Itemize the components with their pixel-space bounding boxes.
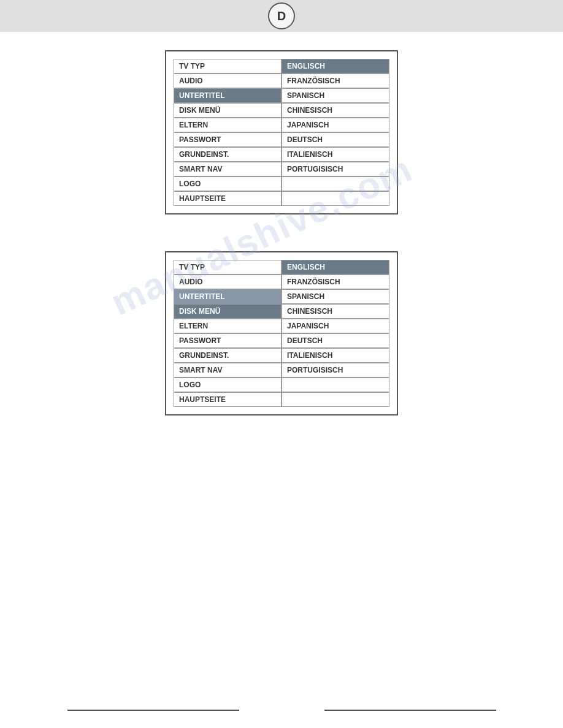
menu2-right-10 — [282, 392, 389, 407]
menu1-right-8: PORTUGISISCH — [282, 162, 389, 176]
menu1-right-1: ENGLISCH — [282, 59, 389, 74]
menu1-left-7: GRUNDEINST. — [174, 147, 282, 162]
menu2-left-9: LOGO — [174, 377, 282, 392]
menu1-left-4: DISK MENÜ — [174, 103, 282, 118]
menu1-right-6: DEUTSCH — [282, 132, 389, 147]
menu2-left-1: TV TYP — [174, 260, 282, 275]
menu2-right-9 — [282, 377, 389, 392]
menu1-left-1: TV TYP — [174, 59, 282, 74]
menu2-right-6: DEUTSCH — [282, 333, 389, 348]
menu2-right-5: JAPANISCH — [282, 319, 389, 333]
menu2-left-6: PASSWORT — [174, 333, 282, 348]
footer-lines — [0, 710, 563, 711]
menu2-right-3: SPANISCH — [282, 289, 389, 304]
menu1-left-5: ELTERN — [174, 118, 282, 132]
menu2-right-2: FRANZÖSISCH — [282, 275, 389, 289]
menu1-left-10: HAUPTSEITE — [174, 191, 282, 206]
menu2-left-5: ELTERN — [174, 319, 282, 333]
menu1-left-9: LOGO — [174, 176, 282, 191]
menu1-right-10 — [282, 191, 389, 206]
menu2-left-3: UNTERTITEL — [174, 289, 282, 304]
menu2-container: TV TYP ENGLISCH AUDIO FRANZÖSISCH UNTERT… — [165, 251, 398, 415]
menu1-left-6: PASSWORT — [174, 132, 282, 147]
footer-line-right — [324, 710, 496, 711]
footer-line-left — [67, 710, 239, 711]
menu1-left-2: AUDIO — [174, 74, 282, 88]
menu1-grid: TV TYP ENGLISCH AUDIO FRANZÖSISCH UNTERT… — [174, 59, 389, 206]
menu2-right-8: PORTUGISISCH — [282, 363, 389, 377]
header-letter: D — [268, 2, 295, 29]
menu1-right-9 — [282, 176, 389, 191]
header-bar: D — [0, 0, 563, 32]
menu2-grid: TV TYP ENGLISCH AUDIO FRANZÖSISCH UNTERT… — [174, 260, 389, 407]
menu1-right-2: FRANZÖSISCH — [282, 74, 389, 88]
menu2-right-1: ENGLISCH — [282, 260, 389, 275]
page-content: TV TYP ENGLISCH AUDIO FRANZÖSISCH UNTERT… — [0, 32, 563, 434]
menu2-right-7: ITALIENISCH — [282, 348, 389, 363]
menu2-left-7: GRUNDEINST. — [174, 348, 282, 363]
menu2-left-8: SMART NAV — [174, 363, 282, 377]
menu2-right-4: CHINESISCH — [282, 304, 389, 319]
menu1-container: TV TYP ENGLISCH AUDIO FRANZÖSISCH UNTERT… — [165, 50, 398, 214]
menu1-left-3: UNTERTITEL — [174, 88, 282, 103]
menu1-right-7: ITALIENISCH — [282, 147, 389, 162]
menu2-left-2: AUDIO — [174, 275, 282, 289]
menu2-left-4: DISK MENÜ — [174, 304, 282, 319]
menu1-right-4: CHINESISCH — [282, 103, 389, 118]
menu1-right-5: JAPANISCH — [282, 118, 389, 132]
menu2-left-10: HAUPTSEITE — [174, 392, 282, 407]
menu1-right-3: SPANISCH — [282, 88, 389, 103]
menu1-left-8: SMART NAV — [174, 162, 282, 176]
